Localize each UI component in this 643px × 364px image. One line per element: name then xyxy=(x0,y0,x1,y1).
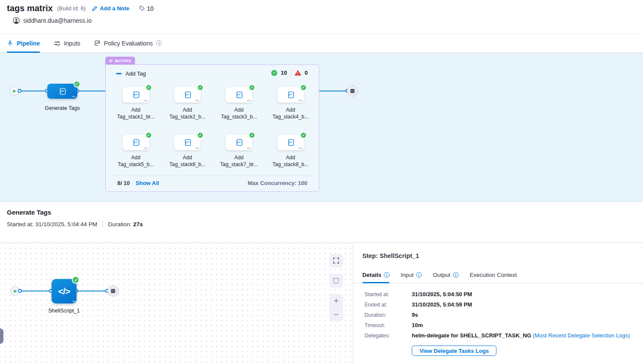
details-info-icon[interactable]: i xyxy=(384,272,389,278)
matrix-cell: </> ✓ </> AddTag_stack7_br... xyxy=(215,135,263,168)
script-step-icon: </> xyxy=(286,90,295,100)
main-tabbar: Pipeline Inputs Policy Evaluations i xyxy=(0,33,643,53)
max-concurrency: Max Concurrency: 100 xyxy=(248,180,307,186)
pipeline-icon xyxy=(7,40,13,46)
tab-input[interactable]: Input i xyxy=(401,267,422,283)
matrix-step-label: AddTag_stack2_b... xyxy=(164,106,211,120)
collapse-minus-icon[interactable] xyxy=(116,73,122,74)
success-check-icon: ✓ xyxy=(72,276,80,284)
build-id: (Build Id: 6) xyxy=(57,5,86,12)
tab-output[interactable]: Output i xyxy=(433,267,459,283)
matrix-group-title: Add Tag xyxy=(126,70,146,77)
success-check-icon: ✓ xyxy=(300,132,307,139)
script-step-icon: </> xyxy=(234,138,244,147)
fullscreen-button[interactable] xyxy=(329,254,343,267)
detail-row-delegates: Delegates: helm-delegate for SHELL_SCRIP… xyxy=(364,333,630,339)
matrix-cell: </> ✓ </> AddTag_stack1_br... xyxy=(112,87,159,120)
output-info-icon[interactable]: i xyxy=(453,272,459,278)
matrix-cell: </> ✓ </> AddTag_stack8_b... xyxy=(267,135,314,168)
script-step-icon: </> xyxy=(234,90,244,100)
step-graph-canvas[interactable]: ▶ </> ✓ </> ShellScript_1 xyxy=(0,243,353,364)
tab-details[interactable]: Details i xyxy=(362,267,389,283)
delegate-name: helm-delegate for SHELL_SCRIPT_TASK_NG xyxy=(412,332,533,339)
view-delegate-tasks-logs-button[interactable]: View Delegate Tasks Logs xyxy=(412,346,496,356)
matrix-step-node[interactable]: </> ✓ </> xyxy=(277,87,304,103)
input-info-icon[interactable]: i xyxy=(416,272,422,278)
success-check-icon: ✓ xyxy=(248,132,255,139)
fullscreen-icon xyxy=(333,257,340,264)
success-check-icon: ✓ xyxy=(271,70,277,76)
success-check-icon: ✓ xyxy=(248,84,255,91)
stop-icon xyxy=(111,289,115,293)
tags-count-badge[interactable]: 10 xyxy=(139,5,154,12)
matrix-step-node[interactable]: </> ✓ </> xyxy=(226,87,252,103)
matrix-step-label: AddTag_stack6_b... xyxy=(164,154,211,168)
stage-node-generate-tags[interactable]: </> ✓ </> xyxy=(47,84,77,99)
step-detail-rows: Started at: 31/10/2025, 5:04:50 PM Ended… xyxy=(364,291,630,343)
loop-icon: ⟳ xyxy=(109,58,113,63)
matrix-step-label: AddTag_stack4_b... xyxy=(267,106,314,120)
step-panel-title: Step: ShellScript_1 xyxy=(362,252,419,259)
success-count: 10 xyxy=(281,70,287,76)
detail-row-duration: Duration: 9s xyxy=(364,312,630,318)
zoom-in-button[interactable]: + xyxy=(329,294,343,308)
policy-info-icon[interactable]: i xyxy=(156,40,162,46)
triggered-by: siddhant.dua@harness.io xyxy=(13,17,92,24)
matrix-group: Add Tag ✓ 10 ! 0 </> ✓ </> AddTag_stack1… xyxy=(105,64,319,192)
mini-code-icon: </> xyxy=(247,147,251,149)
play-icon: ▶ xyxy=(13,89,16,93)
matrix-footer: 8/ 10 Show All Max Concurrency: 100 xyxy=(117,180,307,186)
stage-info-title: Generate Tags xyxy=(7,209,51,216)
mini-code-icon: </> xyxy=(195,147,199,149)
edge xyxy=(20,291,52,291)
step-end-node xyxy=(107,285,119,297)
mini-code-icon: </> xyxy=(144,147,147,149)
step-node-label: ShellScript_1 xyxy=(34,308,94,314)
matrix-cell: </> ✓ </> AddTag_stack3_b... xyxy=(215,87,263,120)
divider xyxy=(112,176,313,176)
script-step-icon: </> xyxy=(286,138,295,147)
success-check-icon: ✓ xyxy=(73,81,80,88)
mini-code-icon: </> xyxy=(298,147,302,149)
tab-pipeline[interactable]: Pipeline xyxy=(7,34,40,52)
detail-row-started: Started at: 31/10/2025, 5:04:50 PM xyxy=(364,291,630,297)
zoom-out-button[interactable]: − xyxy=(329,308,343,322)
tab-inputs[interactable]: Inputs xyxy=(54,34,80,52)
success-check-icon: ✓ xyxy=(197,132,204,139)
port xyxy=(18,289,22,293)
matrix-step-node[interactable]: </> ✓ </> xyxy=(122,87,149,103)
matrix-step-node[interactable]: </> ✓ </> xyxy=(226,135,252,150)
matrix-step-node[interactable]: </> ✓ </> xyxy=(174,87,201,103)
matrix-status-counts: ✓ 10 ! 0 xyxy=(271,70,308,76)
stage-started-at: Started at: 31/10/2025, 5:04:44 PM xyxy=(7,221,97,228)
select-area-button[interactable] xyxy=(329,274,343,288)
matrix-step-node[interactable]: </> ✓ </> xyxy=(277,135,304,150)
divider xyxy=(102,221,103,228)
step-node-shellscript[interactable]: </> ✓ </> xyxy=(52,279,77,303)
policy-check-icon xyxy=(94,40,101,46)
script-stage-icon: </> xyxy=(58,87,67,96)
tag-icon xyxy=(139,5,145,12)
add-note-button[interactable]: Add a Note xyxy=(92,5,129,12)
matrix-step-label: AddTag_stack8_b... xyxy=(267,154,314,168)
shellscript-icon: </> xyxy=(58,286,70,297)
mini-code-icon: </> xyxy=(72,300,75,303)
tab-policy-evaluations[interactable]: Policy Evaluations i xyxy=(94,34,162,52)
matrix-step-node[interactable]: </> ✓ </> xyxy=(122,135,149,150)
step-details-panel: Step: ShellScript_1 Details i Input i Ou… xyxy=(353,243,643,364)
shown-count: 8/ 10 xyxy=(117,180,130,186)
delegate-selection-logs-link[interactable]: (Most Recent Delegate Selection Logs) xyxy=(533,332,630,339)
tag-count: 10 xyxy=(147,5,154,12)
pipeline-end-node xyxy=(347,85,358,97)
mini-code-icon: </> xyxy=(195,99,199,102)
show-all-link[interactable]: Show All xyxy=(136,180,159,186)
matrix-step-label: AddTag_stack3_b... xyxy=(215,106,263,120)
panel-expand-handle[interactable] xyxy=(0,328,3,344)
matrix-cell: </> ✓ </> AddTag_stack6_b... xyxy=(164,135,211,168)
tab-execution-context[interactable]: Execution Context xyxy=(470,267,517,283)
failure-warning-icon: ! xyxy=(294,70,301,76)
pencil-icon xyxy=(92,6,98,12)
matrix-step-node[interactable]: </> ✓ </> xyxy=(174,135,201,150)
success-check-icon: ✓ xyxy=(145,84,152,91)
failure-count: 0 xyxy=(305,70,308,76)
